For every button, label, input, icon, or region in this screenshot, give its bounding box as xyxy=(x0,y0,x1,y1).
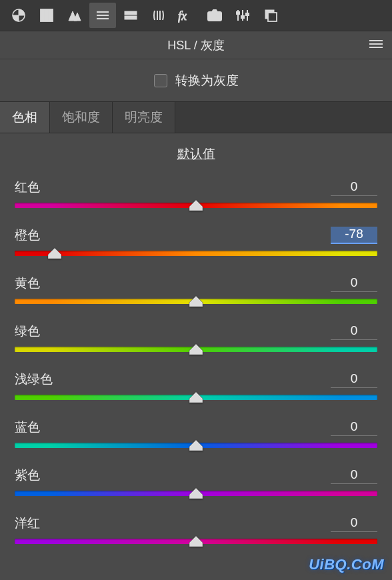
slider-row: 蓝色0 xyxy=(15,419,377,448)
detail-icon[interactable] xyxy=(61,3,88,28)
slider-row: 洋红0 xyxy=(15,515,377,544)
svg-rect-23 xyxy=(268,13,277,21)
default-link[interactable]: 默认值 xyxy=(0,133,392,175)
basic-icon[interactable] xyxy=(5,3,32,28)
hsl-tabs: 色相 饱和度 明亮度 xyxy=(0,101,392,133)
snapshots-icon[interactable] xyxy=(257,3,284,28)
svg-marker-31 xyxy=(189,392,203,403)
slider-label: 红色 xyxy=(15,179,40,196)
svg-text:fx: fx xyxy=(178,9,187,23)
svg-marker-32 xyxy=(189,440,203,451)
slider-row: 橙色-78 xyxy=(15,227,377,256)
svg-marker-33 xyxy=(189,488,203,499)
slider-row: 浅绿色0 xyxy=(15,371,377,400)
svg-point-15 xyxy=(212,13,217,19)
slider-row: 黄色0 xyxy=(15,275,377,304)
slider-row: 红色0 xyxy=(15,179,377,208)
slider-label: 蓝色 xyxy=(15,419,40,436)
slider-label: 绿色 xyxy=(15,323,40,340)
slider-label: 橙色 xyxy=(15,227,40,244)
watermark: UiBQ.CoM xyxy=(309,556,384,573)
slider-track[interactable] xyxy=(15,491,377,496)
svg-marker-29 xyxy=(189,296,203,307)
tab-hue[interactable]: 色相 xyxy=(0,102,50,133)
slider-value-input[interactable]: 0 xyxy=(331,515,377,532)
svg-rect-1 xyxy=(41,9,53,21)
slider-label: 黄色 xyxy=(15,275,40,292)
slider-thumb[interactable] xyxy=(189,392,203,403)
crop-icon[interactable] xyxy=(33,3,60,28)
slider-value-input[interactable]: 0 xyxy=(331,323,377,340)
slider-value-input[interactable]: 0 xyxy=(331,275,377,292)
slider-row: 紫色0 xyxy=(15,467,377,496)
svg-rect-10 xyxy=(125,16,137,19)
slider-thumb[interactable] xyxy=(189,296,203,307)
slider-value-input[interactable]: 0 xyxy=(331,371,377,388)
convert-grayscale-checkbox[interactable] xyxy=(154,74,167,87)
svg-marker-27 xyxy=(189,200,203,211)
slider-track[interactable] xyxy=(15,347,377,352)
slider-thumb[interactable] xyxy=(189,344,203,355)
slider-track[interactable] xyxy=(15,395,377,400)
slider-value-input[interactable]: 0 xyxy=(331,179,377,196)
svg-marker-28 xyxy=(48,248,61,259)
slider-thumb[interactable] xyxy=(189,488,203,499)
slider-value-input[interactable]: 0 xyxy=(331,419,377,436)
slider-track[interactable] xyxy=(15,299,377,304)
slider-label: 洋红 xyxy=(15,515,40,532)
panel-menu-icon[interactable] xyxy=(369,39,383,53)
camera-icon[interactable] xyxy=(201,3,228,28)
convert-grayscale-row: 转换为灰度 xyxy=(0,59,392,101)
slider-track[interactable] xyxy=(15,203,377,208)
hsl-icon[interactable] xyxy=(89,3,116,28)
slider-label: 浅绿色 xyxy=(15,371,53,388)
convert-grayscale-label: 转换为灰度 xyxy=(175,72,239,89)
svg-rect-20 xyxy=(241,16,244,18)
sliders-container: 红色0橙色-78黄色0绿色0浅绿色0蓝色0紫色0洋红0 xyxy=(0,175,392,544)
panel-header: HSL / 灰度 xyxy=(0,31,392,59)
slider-row: 绿色0 xyxy=(15,323,377,352)
svg-rect-21 xyxy=(246,13,249,15)
split-tone-icon[interactable] xyxy=(117,3,144,28)
tab-luminance[interactable]: 明亮度 xyxy=(113,102,175,133)
top-toolbar: fx xyxy=(0,0,392,31)
svg-rect-9 xyxy=(125,11,137,15)
panel-title: HSL / 灰度 xyxy=(167,37,224,53)
slider-track[interactable] xyxy=(15,539,377,544)
tab-saturation[interactable]: 饱和度 xyxy=(50,102,113,133)
slider-thumb[interactable] xyxy=(189,200,203,211)
slider-thumb[interactable] xyxy=(189,536,203,547)
svg-marker-30 xyxy=(189,344,203,355)
slider-thumb[interactable] xyxy=(189,440,203,451)
slider-label: 紫色 xyxy=(15,467,40,484)
lens-icon[interactable] xyxy=(145,3,172,28)
svg-marker-34 xyxy=(189,536,203,547)
effects-icon[interactable]: fx xyxy=(173,3,200,28)
slider-track[interactable] xyxy=(15,251,377,256)
slider-track[interactable] xyxy=(15,443,377,448)
presets-icon[interactable] xyxy=(229,3,256,28)
svg-rect-19 xyxy=(237,12,239,14)
slider-thumb[interactable] xyxy=(48,248,61,259)
slider-value-input[interactable]: -78 xyxy=(331,227,377,244)
slider-value-input[interactable]: 0 xyxy=(331,467,377,484)
